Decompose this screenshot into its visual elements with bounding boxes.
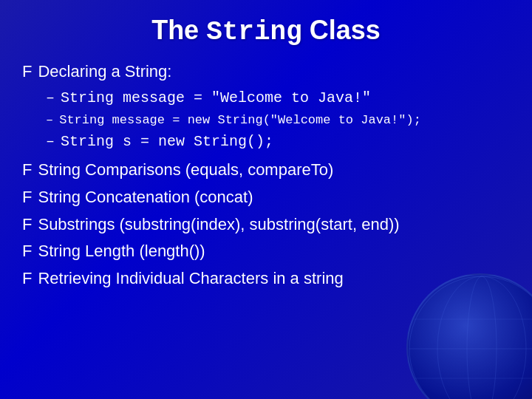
- bullet-comparisons: F String Comparisons (equals, compareTo): [22, 159, 510, 181]
- bullet-length-text: String Length (length()): [38, 240, 205, 262]
- bullet-icon-declaring: F: [22, 61, 32, 83]
- bullet-icon-1: F: [22, 159, 32, 181]
- svg-point-1: [437, 276, 526, 399]
- bullet-concatenation: F String Concatenation (concat): [22, 186, 510, 208]
- bullet-icon-2: F: [22, 186, 32, 208]
- bullet-icon-4: F: [22, 240, 32, 262]
- sub-bullet-1: – String message = "Welcome to Java!": [46, 87, 510, 109]
- slide-title: The String Class: [22, 15, 510, 47]
- title-prefix: The: [151, 15, 206, 45]
- sub-bullet-2: – String message = new String("Welcome t…: [46, 111, 510, 130]
- slide: The String Class F Declaring a String: –…: [0, 0, 532, 399]
- svg-point-0: [409, 276, 532, 399]
- sub-bullet-3: – String s = new String();: [46, 131, 510, 153]
- sub-bullet-3-text: String s = new String();: [61, 131, 273, 153]
- sub-bullet-1-text: String message = "Welcome to Java!": [61, 87, 371, 109]
- sub-dash-2: –: [46, 111, 53, 130]
- bullet-retrieving-text: Retrieving Individual Characters in a st…: [38, 267, 343, 290]
- bullet-icon-3: F: [22, 214, 32, 236]
- bullet-concatenation-text: String Concatenation (concat): [38, 186, 253, 208]
- bullet-comparisons-text: String Comparisons (equals, compareTo): [38, 159, 333, 181]
- declaring-section: F Declaring a String: – String message =…: [22, 61, 510, 153]
- svg-point-2: [467, 276, 497, 399]
- declaring-label: Declaring a String:: [38, 61, 171, 83]
- bullet-icon-5: F: [22, 267, 32, 290]
- bullet-retrieving: F Retrieving Individual Characters in a …: [22, 267, 510, 290]
- sub-bullet-2-text: String message = new String("Welcome to …: [59, 111, 421, 130]
- bullet-substrings-text: Substrings (substring(index), substring(…: [38, 214, 399, 236]
- bullet-substrings: F Substrings (substring(index), substrin…: [22, 214, 510, 236]
- title-suffix: Class: [302, 15, 381, 45]
- declaring-bullet: F Declaring a String:: [22, 61, 510, 83]
- sub-dash-3: –: [46, 131, 55, 153]
- sub-bullets-container: – String message = "Welcome to Java!" – …: [46, 87, 510, 154]
- sub-dash-1: –: [46, 87, 55, 109]
- main-bullet-list: F String Comparisons (equals, compareTo)…: [22, 159, 510, 289]
- title-code: String: [206, 17, 302, 47]
- globe-decoration: [406, 273, 532, 399]
- bullet-length: F String Length (length()): [22, 240, 510, 262]
